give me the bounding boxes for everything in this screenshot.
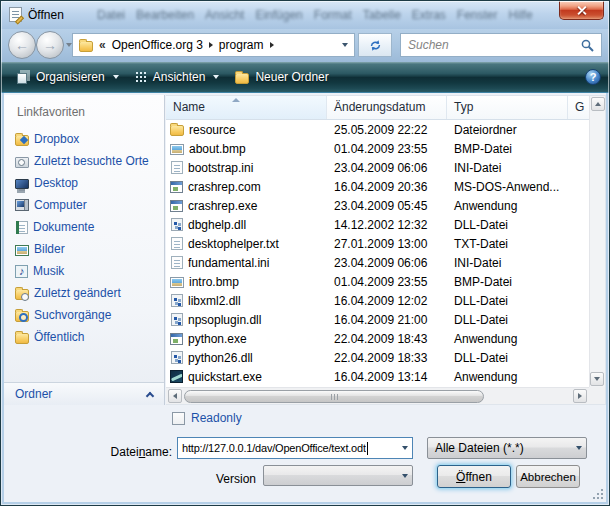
file-type: BMP-Datei xyxy=(447,142,589,156)
filename-dropdown-button[interactable] xyxy=(397,438,412,458)
table-row[interactable]: quickstart.exe 16.04.2009 13:14 Anwendun… xyxy=(166,367,589,386)
filename-value: http://127.0.0.1/dav/OpenOffice/text.odt xyxy=(182,442,366,454)
table-row[interactable]: resource 25.05.2009 22:22 Dateiordner xyxy=(166,120,589,139)
version-select[interactable] xyxy=(263,465,413,486)
dll-file-icon xyxy=(171,313,183,326)
sidebar-item-recently-changed[interactable]: Zuletzt geändert xyxy=(4,282,164,304)
file-date: 01.04.2009 23:55 xyxy=(327,142,447,156)
sort-asc-icon xyxy=(232,98,240,102)
table-row[interactable]: python26.dll 22.04.2009 18:33 DLL-Datei xyxy=(166,348,589,367)
scroll-down-button[interactable] xyxy=(590,372,604,386)
table-row[interactable]: crashrep.com 16.04.2009 20:36 MS-DOS-Anw… xyxy=(166,177,589,196)
sidebar-item-pictures[interactable]: Bilder xyxy=(4,238,164,260)
cancel-button-label: Abbrechen xyxy=(520,471,576,483)
table-row[interactable]: libxml2.dll 16.04.2009 12:02 DLL-Datei xyxy=(166,291,589,310)
file-date: 23.04.2009 05:45 xyxy=(327,199,447,213)
sidebar-item-computer[interactable]: Computer xyxy=(4,194,164,216)
table-row[interactable]: fundamental.ini 23.04.2009 06:06 INI-Dat… xyxy=(166,253,589,272)
open-button[interactable]: Öffnen xyxy=(437,465,511,488)
table-row[interactable]: desktophelper.txt 27.01.2009 13:00 TXT-D… xyxy=(166,234,589,253)
column-header-name[interactable]: Name xyxy=(166,96,327,119)
organize-button[interactable]: Organisieren xyxy=(9,66,127,88)
table-row[interactable]: about.bmp 01.04.2009 23:55 BMP-Datei xyxy=(166,139,589,158)
file-type: DLL-Datei xyxy=(447,218,589,232)
sidebar-item-dropbox[interactable]: Dropbox xyxy=(4,128,164,150)
file-type: Anwendung xyxy=(447,370,589,384)
resize-grip-icon[interactable] xyxy=(592,488,603,499)
filename-input[interactable]: http://127.0.0.1/dav/OpenOffice/text.odt xyxy=(177,437,413,459)
forward-button[interactable]: → xyxy=(36,31,64,59)
triangle-right-icon xyxy=(578,393,582,399)
version-dropdown-button[interactable] xyxy=(397,466,412,485)
help-button[interactable]: ? xyxy=(585,69,601,85)
file-date: 27.01.2009 13:00 xyxy=(327,237,447,251)
table-row[interactable]: bootstrap.ini 23.04.2009 06:06 INI-Datei xyxy=(166,158,589,177)
sidebar-item-music[interactable]: Musik xyxy=(4,260,164,282)
new-folder-button[interactable]: Neuer Ordner xyxy=(227,66,336,88)
searches-icon xyxy=(15,311,29,322)
dialog-body: Linkfavoriten Dropbox Zuletzt besuchte O… xyxy=(4,93,606,502)
breadcrumb-item[interactable]: program xyxy=(219,38,264,52)
table-row[interactable]: npsoplugin.dll 16.04.2009 21:00 DLL-Date… xyxy=(166,310,589,329)
filename-label-post: ame: xyxy=(145,445,172,459)
breadcrumb-overflow[interactable]: « xyxy=(99,38,106,52)
scroll-right-button[interactable] xyxy=(573,389,587,403)
chevron-down-icon xyxy=(402,474,408,478)
column-header-date[interactable]: Änderungsdatum xyxy=(327,96,447,119)
table-row[interactable]: python.exe 22.04.2009 18:43 Anwendung xyxy=(166,329,589,348)
sidebar-item-label: Musik xyxy=(33,264,64,278)
refresh-icon xyxy=(369,39,382,52)
bg-menu-item: Extras xyxy=(412,8,446,22)
dropbox-folder-icon xyxy=(15,135,29,146)
readonly-checkbox[interactable] xyxy=(172,412,185,425)
sidebar-item-recent-places[interactable]: Zuletzt besuchte Orte xyxy=(4,150,164,172)
cancel-button[interactable]: Abbrechen xyxy=(516,465,580,488)
triangle-down-icon xyxy=(594,377,600,381)
file-type: Anwendung xyxy=(447,332,589,346)
column-header-size[interactable]: G xyxy=(568,96,589,119)
ini-file-icon xyxy=(171,161,183,174)
background-window-menubar: Datei Bearbeiten Ansicht Einfügen Format… xyxy=(97,8,547,22)
views-button[interactable]: Ansichten xyxy=(127,66,228,88)
file-date: 16.04.2009 21:00 xyxy=(327,313,447,327)
sidebar-item-public[interactable]: Öffentlich xyxy=(4,326,164,348)
table-row[interactable]: dbghelp.dll 14.12.2002 12:32 DLL-Datei xyxy=(166,215,589,234)
app-file-icon xyxy=(170,200,183,212)
search-input[interactable]: Suchen xyxy=(400,33,602,57)
address-dropdown-icon[interactable] xyxy=(342,43,348,47)
filetype-dropdown-button[interactable] xyxy=(571,438,586,458)
breadcrumb[interactable]: « OpenOffice.org 3 program xyxy=(72,33,355,57)
text-caret xyxy=(367,442,368,455)
scroll-left-button[interactable] xyxy=(168,389,182,403)
file-type: TXT-Datei xyxy=(447,237,589,251)
sidebar-item-searches[interactable]: Suchvorgänge xyxy=(4,304,164,326)
horizontal-scroll-thumb[interactable] xyxy=(184,390,484,403)
horizontal-scrollbar[interactable] xyxy=(166,387,589,404)
folders-expander[interactable]: Ordner xyxy=(4,382,164,405)
bg-menu-item: Bearbeiten xyxy=(136,8,194,22)
forward-icon: → xyxy=(43,37,57,53)
refresh-button[interactable] xyxy=(358,33,392,57)
version-label: Version xyxy=(180,472,256,486)
file-name: bootstrap.ini xyxy=(188,161,253,175)
filetype-select[interactable]: Alle Dateien (*.*) xyxy=(427,437,587,459)
chevron-down-icon xyxy=(113,75,119,79)
dll-file-icon xyxy=(171,218,183,231)
scroll-up-button[interactable] xyxy=(591,97,605,111)
back-button[interactable]: ← xyxy=(8,31,36,59)
file-name: desktophelper.txt xyxy=(188,237,279,251)
sidebar-header: Linkfavoriten xyxy=(4,95,164,128)
file-date: 23.04.2009 06:06 xyxy=(327,256,447,270)
sidebar-item-documents[interactable]: Dokumente xyxy=(4,216,164,238)
sidebar-item-label: Dropbox xyxy=(34,132,79,146)
file-name: intro.bmp xyxy=(189,275,239,289)
close-button[interactable] xyxy=(559,1,604,20)
column-header-type[interactable]: Typ xyxy=(447,96,568,119)
table-row[interactable]: intro.bmp 01.04.2009 23:55 BMP-Datei xyxy=(166,272,589,291)
table-row[interactable]: crashrep.exe 23.04.2009 05:45 Anwendung xyxy=(166,196,589,215)
triangle-up-icon xyxy=(595,102,601,106)
file-type: Anwendung xyxy=(447,199,589,213)
breadcrumb-item[interactable]: OpenOffice.org 3 xyxy=(112,38,203,52)
sidebar-item-desktop[interactable]: Desktop xyxy=(4,172,164,194)
vertical-scrollbar[interactable] xyxy=(589,96,605,387)
